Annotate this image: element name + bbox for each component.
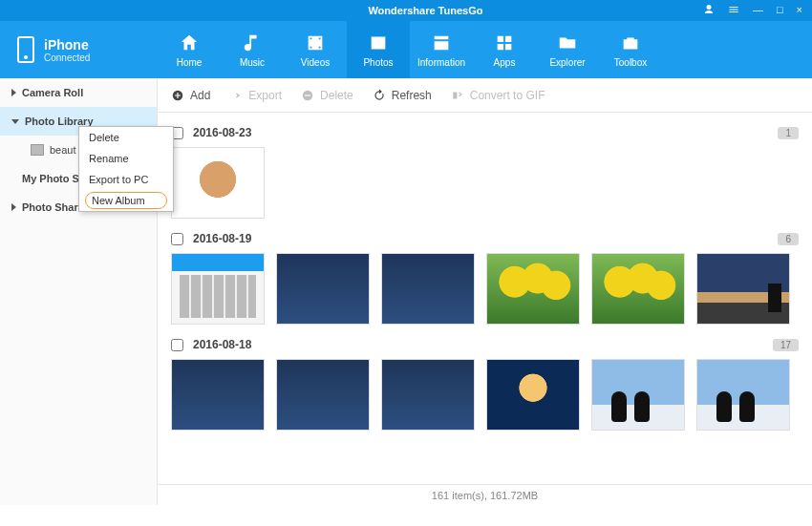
toolbar: Add Export Delete Refresh Convert to GIF xyxy=(158,78,812,113)
group-header: 2016-08-18 17 xyxy=(171,338,799,351)
photo-thumb[interactable] xyxy=(171,147,265,219)
chevron-down-icon xyxy=(11,119,19,124)
photo-thumb[interactable] xyxy=(171,359,265,431)
photo-thumb[interactable] xyxy=(486,359,580,431)
close-button[interactable]: × xyxy=(797,4,802,17)
tab-label: Apps xyxy=(494,57,516,68)
sidebar-item-label: Camera Roll xyxy=(22,87,83,98)
user-icon[interactable] xyxy=(703,4,715,17)
photo-thumb[interactable] xyxy=(591,359,685,431)
group-checkbox[interactable] xyxy=(171,339,183,351)
album-thumb-icon xyxy=(31,144,44,156)
tab-label: Information xyxy=(417,57,465,68)
tab-label: Photos xyxy=(363,57,393,68)
group-header: 2016-08-19 6 xyxy=(171,232,799,245)
thumb-row xyxy=(171,253,799,325)
status-text: 161 item(s), 161.72MB xyxy=(432,490,538,501)
tab-label: Music xyxy=(240,57,265,68)
toolbar-label: Convert to GIF xyxy=(470,89,545,102)
ctx-new-album[interactable]: New Album xyxy=(85,192,167,209)
sidebar-item-label: beaut xyxy=(50,144,76,156)
photo-thumb[interactable] xyxy=(696,253,790,325)
group-date: 2016-08-23 xyxy=(193,126,251,139)
tab-label: Toolbox xyxy=(614,57,647,68)
group-date: 2016-08-18 xyxy=(193,338,251,351)
photo-content[interactable]: 2016-08-23 1 2016-08-19 6 xyxy=(158,113,812,484)
tab-information[interactable]: Information xyxy=(410,21,473,78)
delete-button[interactable]: Delete xyxy=(301,89,353,102)
group-checkbox[interactable] xyxy=(171,233,183,245)
tab-label: Videos xyxy=(301,57,330,68)
add-button[interactable]: Add xyxy=(171,89,210,102)
minimize-button[interactable]: — xyxy=(753,4,763,17)
tab-toolbox[interactable]: Toolbox xyxy=(599,21,662,78)
toolbar-label: Delete xyxy=(320,89,353,102)
menu-icon[interactable] xyxy=(728,4,739,17)
thumb-row xyxy=(171,147,799,219)
svg-rect-2 xyxy=(305,95,310,95)
export-icon xyxy=(229,89,243,102)
tab-home[interactable]: Home xyxy=(158,21,221,78)
photo-thumb[interactable] xyxy=(381,253,475,325)
export-button[interactable]: Export xyxy=(229,89,282,102)
tab-explorer[interactable]: Explorer xyxy=(536,21,599,78)
gif-icon xyxy=(451,89,464,102)
maximize-button[interactable]: □ xyxy=(777,4,783,17)
sidebar: Camera Roll Photo Library beaut My Photo… xyxy=(0,78,158,505)
device-status: Connected xyxy=(44,53,90,63)
device-panel[interactable]: iPhone Connected xyxy=(0,21,158,78)
group-header: 2016-08-23 1 xyxy=(171,126,799,139)
chevron-right-icon xyxy=(11,89,16,96)
ctx-delete[interactable]: Delete xyxy=(79,127,173,148)
plus-icon xyxy=(171,89,184,102)
photo-thumb[interactable] xyxy=(696,359,790,431)
photo-thumb[interactable] xyxy=(591,253,685,325)
toolbar-label: Export xyxy=(248,89,282,102)
toolbar-label: Add xyxy=(190,89,210,102)
refresh-icon xyxy=(373,89,386,102)
group-date: 2016-08-19 xyxy=(193,232,251,245)
ctx-rename[interactable]: Rename xyxy=(79,148,173,169)
group-count-badge: 17 xyxy=(773,339,799,351)
context-menu: Delete Rename Export to PC New Album xyxy=(78,126,174,212)
main-panel: Add Export Delete Refresh Convert to GIF… xyxy=(158,78,812,505)
tab-label: Explorer xyxy=(549,57,585,68)
header: iPhone Connected Home Music Videos Photo… xyxy=(0,21,812,78)
group-count-badge: 1 xyxy=(778,127,799,139)
sidebar-item-camera-roll[interactable]: Camera Roll xyxy=(0,78,157,107)
tab-apps[interactable]: Apps xyxy=(473,21,536,78)
photo-thumb[interactable] xyxy=(276,253,370,325)
main-tabs: Home Music Videos Photos Information App… xyxy=(158,21,812,78)
thumb-row xyxy=(171,359,799,431)
ctx-export-pc[interactable]: Export to PC xyxy=(79,169,173,190)
title-bar: Wondershare TunesGo — □ × xyxy=(0,0,812,21)
photo-thumb[interactable] xyxy=(171,253,265,325)
device-name: iPhone xyxy=(44,37,90,53)
group-count-badge: 6 xyxy=(778,233,799,245)
tab-label: Home xyxy=(177,57,203,68)
tab-videos[interactable]: Videos xyxy=(284,21,347,78)
photo-thumb[interactable] xyxy=(486,253,580,325)
chevron-right-icon xyxy=(11,203,16,211)
convert-gif-button[interactable]: Convert to GIF xyxy=(451,89,545,102)
app-title: Wondershare TunesGo xyxy=(158,5,694,16)
sidebar-item-label: My Photo S xyxy=(22,173,79,184)
photo-thumb[interactable] xyxy=(276,359,370,431)
tab-music[interactable]: Music xyxy=(221,21,284,78)
photo-thumb[interactable] xyxy=(381,359,475,431)
toolbar-label: Refresh xyxy=(392,89,432,102)
phone-icon xyxy=(17,36,34,63)
tab-photos[interactable]: Photos xyxy=(347,21,410,78)
status-bar: 161 item(s), 161.72MB xyxy=(158,484,812,505)
refresh-button[interactable]: Refresh xyxy=(373,89,432,102)
delete-icon xyxy=(301,89,314,102)
